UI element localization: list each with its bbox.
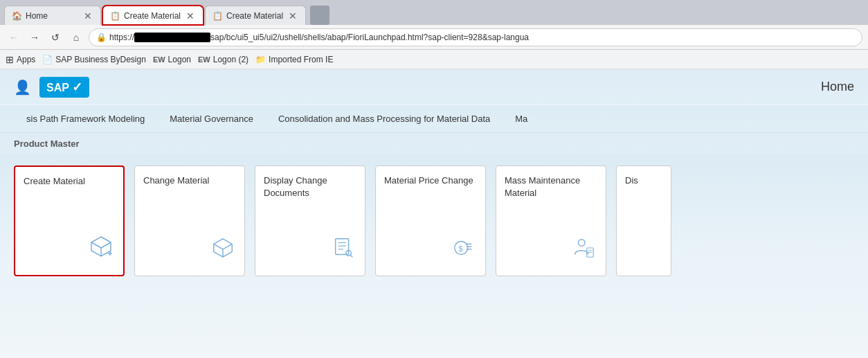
back-button[interactable]: ← [6, 29, 22, 46]
bookmark-sap-byd[interactable]: 📄 SAP Business ByDesign [42, 55, 146, 64]
logon2-label: Logon (2) [213, 55, 248, 64]
bookmarks-apps-icon[interactable]: ⊞ Apps [6, 54, 35, 65]
sap-logo-text: SAP [46, 82, 69, 93]
tile-change-material[interactable]: Change Material [134, 165, 245, 276]
tile-display-change-docs[interactable]: Display Change Documents [255, 165, 365, 276]
tab-bar: 🏠 Home ✕ 📋 Create Material ✕ 📋 Create Ma… [0, 0, 868, 25]
svg-line-2 [101, 242, 111, 248]
tab-create-material-2-favicon: 📋 [213, 11, 222, 21]
apps-grid-icon: ⊞ [6, 54, 14, 65]
tab-create-material-close[interactable]: ✕ [185, 10, 196, 21]
tile-partial-title: Dis [625, 174, 662, 267]
section-header: Product Master [0, 133, 868, 154]
tab-create-material-active[interactable]: 📋 Create Material ✕ [102, 6, 204, 25]
cube-add-icon [89, 234, 114, 264]
bookmark-logon[interactable]: EW Logon [153, 55, 191, 64]
home-button[interactable]: ⌂ [68, 29, 84, 46]
refresh-button[interactable]: ↺ [47, 29, 64, 46]
tile-create-material[interactable]: Create Material [14, 165, 125, 276]
apps-label: Apps [17, 55, 35, 64]
tab-home-title: Home [26, 11, 78, 21]
address-bar: ← → ↺ ⌂ 🔒 https:// sap/bc/ui5_ui5/ui2/us… [0, 25, 868, 50]
browser-window: 🏠 Home ✕ 📋 Create Material ✕ 📋 Create Ma… [0, 0, 868, 358]
sap-byd-icon: 📄 [42, 55, 53, 64]
fiori-content: 👤 SAP ✓ Home sis Path Framework Modeling… [0, 69, 868, 358]
tab-create-material-favicon: 📋 [110, 11, 120, 21]
sap-logo-checkmark: ✓ [72, 80, 82, 94]
section-title: Product Master [14, 138, 80, 149]
svg-line-7 [214, 244, 223, 249]
svg-line-15 [350, 255, 352, 257]
nav-material-governance[interactable]: Material Governance [157, 105, 266, 133]
tile-partial[interactable]: Dis [616, 165, 671, 276]
svg-text:$: $ [458, 244, 463, 253]
sap-logo: SAP ✓ [39, 77, 89, 98]
nav-consolidation[interactable]: Consolidation and Mass Processing for Ma… [266, 105, 503, 133]
url-bar[interactable]: 🔒 https:// sap/bc/ui5_ui5/ui2/ushell/she… [89, 28, 862, 46]
url-suffix: sap/bc/ui5_ui5/ui2/ushell/shells/abap/Fi… [210, 33, 529, 42]
logon-icon: EW [153, 55, 165, 64]
nav-ma[interactable]: Ma [503, 105, 540, 133]
url-redacted [134, 33, 210, 42]
tiles-grid: Create Material Change Material [0, 154, 868, 287]
tab-home-close[interactable]: ✕ [82, 10, 93, 21]
doc-search-icon [332, 236, 355, 265]
sap-byd-label: SAP Business ByDesign [55, 55, 146, 64]
bookmark-logon2[interactable]: EW Logon (2) [198, 55, 248, 64]
tab-create-material-title: Create Material [124, 11, 181, 21]
secure-icon: 🔒 [96, 33, 107, 42]
price-icon: $ [452, 236, 476, 265]
bookmarks-bar: ⊞ Apps 📄 SAP Business ByDesign EW Logon … [0, 50, 868, 69]
svg-line-1 [91, 242, 101, 248]
tab-create-material-2-close[interactable]: ✕ [287, 10, 298, 21]
logon-label: Logon [168, 55, 191, 64]
nav-basis-path[interactable]: sis Path Framework Modeling [14, 105, 157, 133]
tab-create-material-2-title: Create Material [226, 11, 283, 21]
svg-line-8 [223, 244, 232, 249]
user-icon: 👤 [14, 79, 31, 96]
tab-create-material-2[interactable]: 📋 Create Material ✕ [205, 6, 306, 25]
cube-icon [211, 236, 235, 265]
bookmark-imported[interactable]: 📁 Imported From IE [255, 55, 333, 64]
new-tab-area[interactable] [310, 6, 329, 25]
url-prefix: https:// [109, 33, 134, 42]
svg-point-21 [579, 240, 585, 246]
person-doc-icon [572, 236, 596, 265]
imported-label: Imported From IE [269, 55, 333, 64]
home-nav-label[interactable]: Home [821, 80, 854, 94]
forward-button[interactable]: → [26, 29, 43, 46]
sap-navigation: sis Path Framework Modeling Material Gov… [0, 105, 868, 133]
tab-home-favicon: 🏠 [12, 11, 21, 21]
sap-header: 👤 SAP ✓ Home [0, 69, 868, 105]
logon2-icon: EW [198, 55, 210, 64]
folder-icon: 📁 [255, 55, 266, 64]
tile-material-price-change[interactable]: Material Price Change $ [375, 165, 486, 276]
tile-mass-maintenance-material[interactable]: Mass Maintenance Material [496, 165, 606, 276]
tab-home[interactable]: 🏠 Home ✕ [4, 6, 101, 25]
